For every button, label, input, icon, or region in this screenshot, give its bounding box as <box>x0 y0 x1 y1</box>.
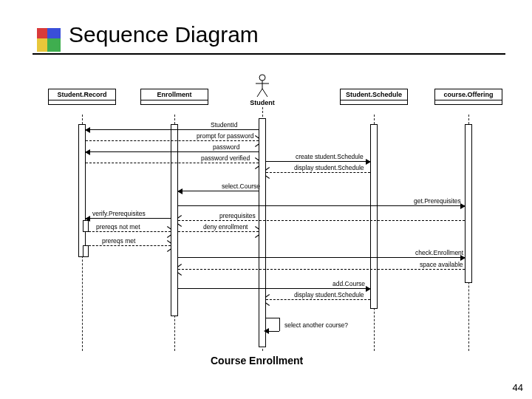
message-arrow <box>178 257 465 258</box>
self-message-loop <box>259 318 281 336</box>
activation-bar <box>83 245 89 257</box>
diagram-caption: Course Enrollment <box>211 355 303 366</box>
activation-bar <box>370 124 378 309</box>
participant-student-schedule: Student.Schedule <box>340 89 408 105</box>
svg-point-0 <box>259 75 265 81</box>
message-arrow <box>86 129 259 130</box>
participant-student-record: Student.Record <box>48 89 116 105</box>
message-label: prerequisites <box>219 212 256 219</box>
message-arrow <box>178 231 259 232</box>
actor-label: Student <box>240 99 284 106</box>
activation-bar <box>78 124 86 257</box>
message-label: space available <box>420 261 463 268</box>
stick-figure-icon <box>254 74 270 98</box>
participant-label: course.Offering <box>434 89 502 100</box>
message-label: check.Enrollment <box>415 249 463 256</box>
participant-enrollment: Enrollment <box>140 89 208 105</box>
message-label: select another course? <box>284 321 348 329</box>
svg-line-4 <box>262 89 267 97</box>
page-title: Sequence Diagram <box>69 22 259 47</box>
activation-bar <box>259 118 266 347</box>
message-label: create student.Schedule <box>296 153 364 160</box>
message-label: display student.Schedule <box>294 164 364 171</box>
message-arrow <box>86 151 259 152</box>
message-arrow <box>89 245 171 246</box>
message-arrow <box>86 140 259 141</box>
message-arrow <box>178 220 465 221</box>
message-label: display student.Schedule <box>294 291 364 299</box>
sequence-diagram: Student.Record Enrollment Student Studen… <box>37 74 510 369</box>
message-arrow <box>266 299 370 300</box>
message-label: deny enrollment <box>203 223 248 231</box>
message-arrow <box>86 218 171 219</box>
message-label: StudentId <box>211 121 237 129</box>
message-arrow <box>266 172 370 173</box>
title-underline <box>33 53 505 55</box>
actor-student: Student <box>240 74 284 106</box>
message-label: prompt for password <box>197 132 253 140</box>
message-label: password <box>213 143 239 151</box>
message-label: password verified <box>201 154 250 162</box>
message-label: get.Prerequisites <box>414 197 461 205</box>
participant-label: Student.Record <box>48 89 116 100</box>
participant-label: Enrollment <box>140 89 208 100</box>
message-label: select.Course <box>222 183 260 190</box>
message-arrow <box>178 205 465 206</box>
page-number: 44 <box>513 382 523 393</box>
message-arrow <box>89 231 171 232</box>
message-arrow <box>178 288 370 289</box>
participant-course-offering: course.Offering <box>434 89 502 105</box>
message-arrow <box>86 163 259 163</box>
activation-bar <box>465 124 472 283</box>
participant-label: Student.Schedule <box>340 89 408 100</box>
svg-line-3 <box>257 89 262 97</box>
message-arrow <box>178 269 465 270</box>
message-label: add.Course <box>332 280 365 287</box>
message-arrow <box>266 161 370 162</box>
activation-bar <box>83 220 89 232</box>
message-arrow <box>178 191 259 191</box>
message-label: verify.Prerequisites <box>92 210 146 217</box>
message-label: prereqs not met <box>96 223 140 231</box>
message-label: prereqs met <box>102 237 135 245</box>
